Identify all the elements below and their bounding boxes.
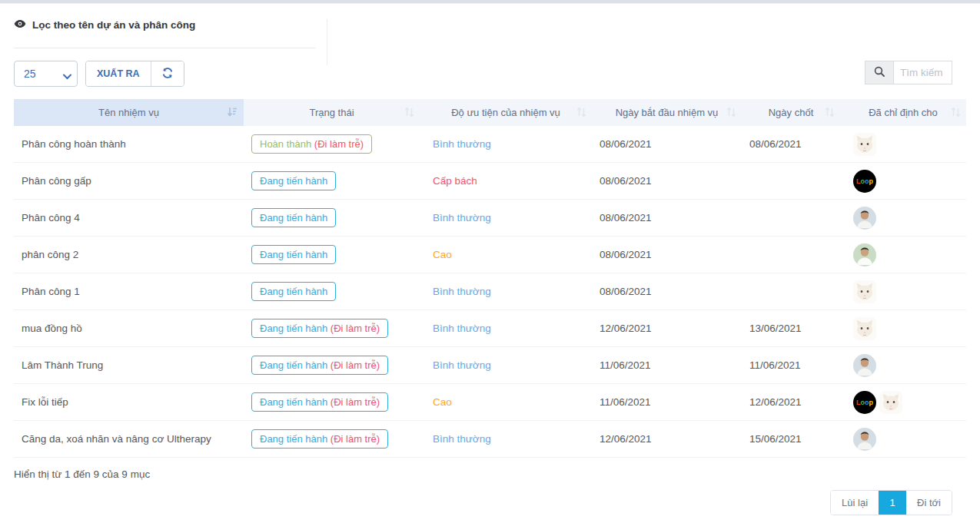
refresh-icon [162, 68, 173, 81]
status-badge: Đang tiến hành [251, 282, 336, 301]
task-status-cell: Hoàn thành (Đi làm trễ) [244, 134, 420, 154]
task-priority: Bình thường [420, 286, 592, 297]
task-start-date: 11/06/2021 [592, 396, 742, 408]
task-assignees [840, 243, 966, 266]
task-name: phân công 2 [14, 249, 244, 260]
table-row[interactable]: Fix lỗi tiếpĐang tiến hành (Đi làm trễ)C… [14, 384, 966, 421]
cat-avatar [879, 391, 902, 414]
loop-logo-avatar: Loop [853, 391, 876, 414]
task-status-cell: Đang tiến hành [244, 282, 420, 301]
status-badge: Đang tiến hành [251, 171, 336, 190]
column-header-name[interactable]: Tên nhiệm vụ [14, 99, 244, 126]
pagination-next-button[interactable]: Đi tới [906, 491, 952, 515]
column-header-start-date[interactable]: Ngày bắt đầu nhiệm vụ [592, 99, 742, 126]
cat-avatar [853, 317, 876, 340]
task-assignees [840, 428, 966, 451]
refresh-button[interactable] [151, 61, 184, 86]
column-header-status[interactable]: Trạng thái [244, 99, 420, 126]
person-avatar [853, 207, 876, 230]
table-row[interactable]: Lâm Thành TrungĐang tiến hành (Đi làm tr… [14, 347, 966, 384]
table-header-row: Tên nhiệm vụ Trạng thái Độ ưu tiện của n… [14, 99, 966, 126]
export-button[interactable]: XUẤT RA [86, 61, 151, 86]
task-start-date: 08/06/2021 [592, 212, 742, 223]
column-header-priority[interactable]: Độ ưu tiện của nhiệm vụ [420, 99, 592, 126]
pagination: Lùi lại 1 Đi tới [830, 490, 952, 515]
task-due-date: 11/06/2021 [742, 359, 840, 371]
task-due-date: 08/06/2021 [742, 138, 840, 150]
task-due-date: 15/06/2021 [742, 433, 840, 445]
filter-title-label: Lọc theo tên dự án và phân công [32, 19, 195, 31]
sort-both-icon [951, 107, 961, 120]
status-badge: Đang tiến hành (Đi làm trễ) [251, 319, 388, 338]
table-row[interactable]: Phân công 1Đang tiến hànhBình thường08/0… [14, 273, 966, 310]
pagination-page-1-button[interactable]: 1 [879, 491, 906, 515]
filter-divider [14, 48, 315, 48]
task-assignees [840, 280, 966, 303]
task-name: mua đồng hồ [14, 323, 244, 334]
task-start-date: 08/06/2021 [592, 249, 742, 260]
person-avatar [853, 354, 876, 377]
table-row[interactable]: Phân công 4Đang tiến hànhBình thường08/0… [14, 200, 966, 237]
task-status-cell: Đang tiến hành [244, 171, 420, 190]
task-assignees: Loop [840, 391, 966, 414]
page-size-select[interactable]: 25 [14, 61, 78, 87]
task-status-cell: Đang tiến hành [244, 245, 420, 264]
task-name: Phân công hoàn thành [14, 138, 244, 150]
task-assignees [840, 354, 966, 377]
sort-both-icon [825, 107, 835, 120]
task-name: Phân công gấp [14, 175, 244, 187]
status-badge: Đang tiến hành [251, 208, 336, 227]
task-start-date: 12/06/2021 [592, 323, 742, 334]
task-status-cell: Đang tiến hành (Đi làm trễ) [244, 429, 420, 449]
task-start-date: 08/06/2021 [592, 175, 742, 187]
task-priority: Bình thường [420, 212, 592, 223]
status-badge: Đang tiến hành [251, 245, 336, 264]
task-assignees [840, 133, 966, 156]
table-info-text: Hiển thị từ 1 đến 9 của 9 mục [14, 468, 966, 480]
column-header-due-date[interactable]: Ngày chốt [742, 99, 840, 126]
search-box [865, 61, 952, 84]
late-label: (Đi làm trễ) [331, 323, 380, 334]
task-priority: Cấp bách [420, 175, 592, 187]
late-label: (Đi làm trễ) [314, 138, 364, 150]
person-avatar [853, 428, 876, 451]
table-row[interactable]: phân công 2Đang tiến hànhCao08/06/2021 [14, 237, 966, 273]
column-header-assigned[interactable]: Đã chỉ định cho [840, 99, 966, 126]
task-start-date: 08/06/2021 [592, 286, 742, 297]
task-name: Fix lỗi tiếp [14, 396, 244, 408]
status-badge: Đang tiến hành (Đi làm trễ) [251, 392, 388, 412]
tasks-table: Tên nhiệm vụ Trạng thái Độ ưu tiện của n… [14, 99, 966, 458]
person-avatar [853, 243, 876, 266]
task-start-date: 08/06/2021 [592, 138, 742, 150]
late-label: (Đi làm trễ) [331, 433, 380, 445]
page-size-dropdown[interactable]: 25 [14, 61, 78, 87]
task-start-date: 12/06/2021 [592, 433, 742, 445]
late-label: (Đi làm trễ) [331, 359, 380, 371]
loop-logo-avatar: Loop [853, 170, 876, 193]
table-row[interactable]: Phân công hoàn thànhHoàn thành (Đi làm t… [14, 126, 966, 163]
table-row[interactable]: mua đồng hồĐang tiến hành (Đi làm trễ)Bì… [14, 310, 966, 347]
task-priority: Bình thường [420, 323, 592, 334]
pagination-previous-button[interactable]: Lùi lại [831, 491, 879, 515]
task-assignees [840, 207, 966, 230]
task-priority: Bình thường [420, 433, 592, 445]
panel-divider [327, 19, 327, 65]
search-input[interactable] [893, 61, 952, 84]
table-row[interactable]: Căng da, xoá nhăn và nâng cơ UltherapyĐa… [14, 421, 966, 458]
task-priority: Bình thường [420, 359, 592, 371]
eye-icon [14, 19, 26, 31]
sort-both-icon [404, 107, 414, 120]
sort-descending-icon [227, 107, 238, 120]
sort-both-icon [576, 107, 586, 120]
task-name: Căng da, xoá nhăn và nâng cơ Ultherapy [14, 433, 244, 445]
status-badge: Hoàn thành (Đi làm trễ) [251, 134, 372, 154]
cat-avatar [853, 280, 876, 303]
task-priority: Cao [420, 396, 592, 408]
task-assignees: Loop [840, 170, 966, 193]
task-priority: Bình thường [420, 138, 592, 150]
task-name: Phân công 1 [14, 286, 244, 297]
task-priority: Cao [420, 249, 592, 260]
task-name: Phân công 4 [14, 212, 244, 223]
table-row[interactable]: Phân công gấpĐang tiến hànhCấp bách08/06… [14, 163, 966, 200]
task-due-date: 13/06/2021 [742, 323, 840, 334]
